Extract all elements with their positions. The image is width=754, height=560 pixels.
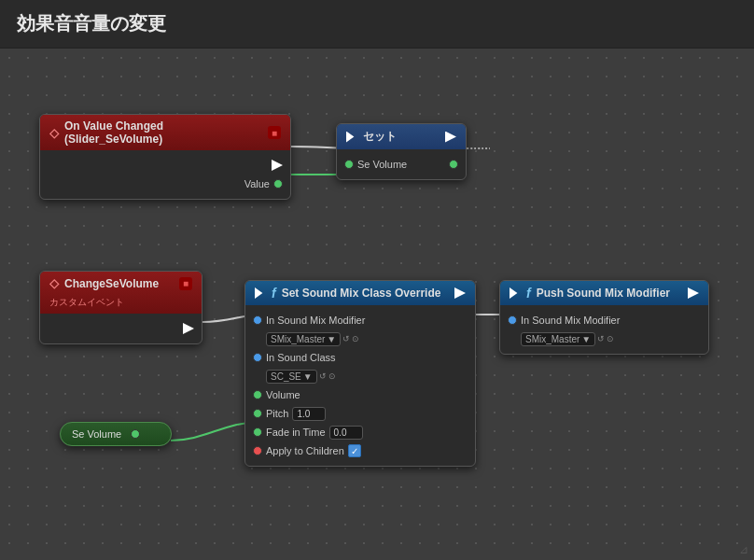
modifier-reset-icon: ↺	[342, 334, 350, 343]
onvalue-body: Value	[40, 150, 290, 199]
sevol-var-label: Se Volume	[72, 428, 121, 440]
push-find-icon: ⊙	[607, 334, 614, 343]
sevol-pin-in	[344, 160, 354, 169]
class-pin-in	[253, 353, 262, 362]
setsound-class-val-row: SC_SE ▼ ↺ ⊙	[245, 367, 475, 385]
change-event-icon: ◇	[49, 276, 59, 290]
fade-label: Fade in Time	[266, 427, 326, 438]
push-exec-out	[688, 287, 699, 299]
class-dropdown-arrow: ▼	[303, 371, 313, 382]
onvalue-title: On Value Changed (Slider_SeVolume)	[64, 119, 262, 146]
push-func-icon: f	[526, 286, 531, 301]
sevol-pin-out	[449, 160, 458, 169]
onvalue-value-row: Value	[40, 175, 290, 193]
push-exec-in	[510, 287, 521, 299]
change-header-row: ◇ ChangeSeVolume ■	[49, 276, 192, 290]
change-title: ChangeSeVolume	[64, 277, 159, 290]
push-modifier-label: In Sound Mix Modifier	[521, 315, 620, 326]
push-modifier-extras: ↺ ⊙	[597, 334, 614, 343]
push-modifier-pin-in	[508, 315, 517, 325]
setsound-apply-row: Apply to Children ✓	[245, 441, 475, 460]
change-subtitle: カスタムイベント	[49, 296, 124, 309]
setsound-body: In Sound Mix Modifier SMix_Master ▼ ↺ ⊙ …	[245, 305, 475, 466]
setsound-pitch-row: Pitch 1.0	[245, 404, 475, 423]
sevol-pin-label: Se Volume	[357, 159, 407, 170]
setsound-func-icon: f	[272, 286, 276, 301]
volume-label: Volume	[266, 389, 300, 400]
canvas: ◇ On Value Changed (Slider_SeVolume) ■ V…	[0, 49, 754, 560]
node-set-sound-mix: f Set Sound Mix Class Override In Sound …	[244, 280, 476, 467]
onvalue-exec-row	[40, 156, 290, 175]
set-title: セット	[363, 129, 397, 145]
change-body	[40, 314, 202, 343]
push-modifier-dropdown[interactable]: SMix_Master ▼	[521, 332, 595, 346]
setsound-exec-out	[454, 287, 466, 299]
page-title: 効果音音量の変更	[17, 11, 737, 36]
pitch-pin-in	[253, 409, 262, 418]
class-find-icon: ⊙	[328, 371, 336, 381]
modifier-extras: ↺ ⊙	[342, 334, 359, 343]
node-on-value-changed: ◇ On Value Changed (Slider_SeVolume) ■ V…	[39, 114, 291, 200]
node-change-se-volume: ◇ ChangeSeVolume ■ カスタムイベント	[39, 271, 202, 344]
push-reset-icon: ↺	[597, 334, 605, 343]
push-modifier-row: In Sound Mix Modifier	[500, 311, 708, 329]
pitch-input[interactable]: 1.0	[292, 407, 326, 421]
setsound-title: Set Sound Mix Class Override	[282, 287, 441, 300]
fade-input[interactable]: 0.0	[329, 426, 363, 440]
setsound-class-row: In Sound Class	[245, 348, 475, 367]
modifier-dropdown[interactable]: SMix_Master ▼	[266, 332, 341, 346]
value-pin-out	[273, 179, 283, 189]
setsound-exec-in	[255, 287, 266, 299]
fade-pin-in	[253, 427, 262, 437]
setsound-fade-row: Fade in Time 0.0	[245, 423, 475, 441]
sevol-var-pin	[131, 429, 140, 439]
setsound-modifier-row: In Sound Mix Modifier	[245, 311, 475, 329]
class-val: SC_SE	[271, 371, 301, 382]
set-exec-out	[445, 132, 456, 143]
resize-handle: ⊿	[739, 543, 748, 556]
set-sevol-row: Se Volume	[337, 155, 466, 174]
push-modifier-val-row: SMix_Master ▼ ↺ ⊙	[500, 329, 708, 348]
setsound-modifier-val-row: SMix_Master ▼ ↺ ⊙	[245, 329, 475, 348]
apply-pin-in	[253, 446, 262, 455]
modifier-find-icon: ⊙	[352, 334, 359, 343]
volume-pin-in	[253, 390, 262, 399]
change-close: ■	[179, 277, 192, 290]
class-dropdown[interactable]: SC_SE ▼	[266, 370, 317, 384]
onvalue-close: ■	[268, 126, 281, 139]
setsound-header: f Set Sound Mix Class Override	[245, 281, 475, 305]
modifier-label: In Sound Mix Modifier	[266, 315, 365, 326]
modifier-val: SMix_Master	[271, 334, 325, 344]
dropdown-arrow: ▼	[327, 334, 336, 344]
change-exec-row	[40, 319, 202, 338]
set-body: Se Volume	[337, 149, 466, 179]
node-set: セット Se Volume	[336, 123, 467, 180]
setsound-volume-row: Volume	[245, 385, 475, 404]
push-modifier-val: SMix_Master	[525, 334, 579, 344]
onvalue-exec-out	[272, 160, 283, 171]
class-reset-icon: ↺	[319, 371, 327, 381]
event-icon: ◇	[49, 126, 59, 140]
change-header: ◇ ChangeSeVolume ■ カスタムイベント	[40, 272, 202, 314]
class-extras: ↺ ⊙	[319, 371, 336, 381]
push-title: Push Sound Mix Modifier	[537, 287, 670, 300]
apply-checkbox[interactable]: ✓	[348, 444, 361, 457]
apply-label: Apply to Children	[266, 445, 344, 456]
set-header: セット	[337, 124, 466, 149]
node-se-volume-var: Se Volume	[60, 422, 172, 446]
change-exec-out	[183, 323, 194, 334]
push-body: In Sound Mix Modifier SMix_Master ▼ ↺ ⊙	[500, 305, 708, 354]
push-dropdown-arrow: ▼	[581, 334, 591, 344]
modifier-pin-in	[253, 315, 262, 325]
push-header: f Push Sound Mix Modifier	[500, 281, 708, 305]
node-onvalue-header: ◇ On Value Changed (Slider_SeVolume) ■	[40, 115, 290, 150]
set-exec-in	[346, 132, 357, 143]
class-label: In Sound Class	[266, 352, 336, 363]
pitch-label: Pitch	[266, 408, 288, 419]
title-bar: 効果音音量の変更	[0, 0, 754, 49]
value-label: Value	[244, 178, 270, 189]
node-push-sound-mix: f Push Sound Mix Modifier In Sound Mix M…	[499, 280, 709, 355]
